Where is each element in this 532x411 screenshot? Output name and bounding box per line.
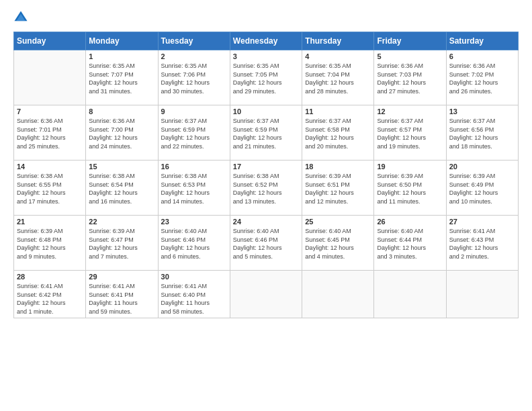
week-row-0: 1Sunrise: 6:35 AM Sunset: 7:07 PM Daylig… — [14, 50, 519, 105]
day-info: Sunrise: 6:38 AM Sunset: 6:54 PM Dayligh… — [89, 172, 154, 205]
calendar-cell: 27Sunrise: 6:41 AM Sunset: 6:43 PM Dayli… — [446, 216, 518, 271]
day-number: 11 — [305, 107, 371, 116]
calendar-cell: 7Sunrise: 6:36 AM Sunset: 7:01 PM Daylig… — [14, 105, 86, 161]
calendar-cell: 14Sunrise: 6:38 AM Sunset: 6:55 PM Dayli… — [14, 161, 86, 216]
day-info: Sunrise: 6:37 AM Sunset: 6:56 PM Dayligh… — [449, 117, 515, 150]
calendar-cell: 22Sunrise: 6:39 AM Sunset: 6:47 PM Dayli… — [86, 216, 158, 271]
day-info: Sunrise: 6:41 AM Sunset: 6:41 PM Dayligh… — [89, 282, 154, 316]
day-number: 15 — [89, 163, 154, 171]
day-info: Sunrise: 6:39 AM Sunset: 6:49 PM Dayligh… — [449, 172, 515, 205]
day-info: Sunrise: 6:35 AM Sunset: 7:05 PM Dayligh… — [233, 62, 299, 95]
day-number: 7 — [17, 107, 83, 116]
calendar-cell: 25Sunrise: 6:40 AM Sunset: 6:45 PM Dayli… — [302, 216, 374, 271]
weekday-header-row: SundayMondayTuesdayWednesdayThursdayFrid… — [14, 32, 519, 50]
day-info: Sunrise: 6:36 AM Sunset: 7:03 PM Dayligh… — [377, 62, 443, 95]
day-number: 28 — [17, 273, 83, 281]
calendar-cell: 11Sunrise: 6:37 AM Sunset: 6:58 PM Dayli… — [302, 105, 374, 161]
day-number: 16 — [161, 163, 227, 171]
weekday-header-friday: Friday — [374, 32, 446, 50]
day-info: Sunrise: 6:36 AM Sunset: 7:01 PM Dayligh… — [17, 117, 83, 150]
day-info: Sunrise: 6:40 AM Sunset: 6:45 PM Dayligh… — [305, 227, 371, 261]
calendar-cell: 28Sunrise: 6:41 AM Sunset: 6:42 PM Dayli… — [14, 271, 86, 318]
calendar-cell: 26Sunrise: 6:40 AM Sunset: 6:44 PM Dayli… — [374, 216, 446, 271]
day-number: 25 — [305, 218, 371, 226]
calendar-cell: 1Sunrise: 6:35 AM Sunset: 7:07 PM Daylig… — [86, 50, 158, 105]
day-number: 5 — [377, 52, 443, 60]
day-info: Sunrise: 6:39 AM Sunset: 6:48 PM Dayligh… — [17, 227, 83, 261]
day-info: Sunrise: 6:39 AM Sunset: 6:47 PM Dayligh… — [89, 227, 154, 261]
day-number: 30 — [161, 273, 227, 281]
day-info: Sunrise: 6:41 AM Sunset: 6:40 PM Dayligh… — [161, 282, 227, 316]
page: SundayMondayTuesdayWednesdayThursdayFrid… — [0, 0, 532, 411]
calendar-cell: 23Sunrise: 6:40 AM Sunset: 6:46 PM Dayli… — [158, 216, 230, 271]
logo — [13, 10, 31, 25]
week-row-1: 7Sunrise: 6:36 AM Sunset: 7:01 PM Daylig… — [14, 105, 519, 161]
weekday-header-sunday: Sunday — [14, 32, 86, 50]
calendar-cell: 19Sunrise: 6:39 AM Sunset: 6:50 PM Dayli… — [374, 161, 446, 216]
calendar-cell — [302, 271, 374, 318]
day-number: 24 — [233, 218, 299, 226]
calendar-cell: 13Sunrise: 6:37 AM Sunset: 6:56 PM Dayli… — [446, 105, 518, 161]
day-info: Sunrise: 6:38 AM Sunset: 6:55 PM Dayligh… — [17, 172, 83, 205]
day-info: Sunrise: 6:35 AM Sunset: 7:04 PM Dayligh… — [305, 62, 371, 95]
weekday-header-tuesday: Tuesday — [158, 32, 230, 50]
day-number: 8 — [89, 107, 154, 116]
calendar-cell: 30Sunrise: 6:41 AM Sunset: 6:40 PM Dayli… — [158, 271, 230, 318]
day-number: 4 — [305, 52, 371, 60]
calendar-cell: 8Sunrise: 6:36 AM Sunset: 7:00 PM Daylig… — [86, 105, 158, 161]
day-info: Sunrise: 6:37 AM Sunset: 6:59 PM Dayligh… — [161, 117, 227, 150]
day-number: 9 — [161, 107, 227, 116]
calendar-cell — [230, 271, 302, 318]
calendar-cell: 9Sunrise: 6:37 AM Sunset: 6:59 PM Daylig… — [158, 105, 230, 161]
day-number: 6 — [449, 52, 515, 60]
header — [13, 10, 519, 25]
day-number: 22 — [89, 218, 154, 226]
calendar-cell: 5Sunrise: 6:36 AM Sunset: 7:03 PM Daylig… — [374, 50, 446, 105]
day-info: Sunrise: 6:38 AM Sunset: 6:53 PM Dayligh… — [161, 172, 227, 205]
day-info: Sunrise: 6:35 AM Sunset: 7:07 PM Dayligh… — [89, 62, 154, 95]
week-row-2: 14Sunrise: 6:38 AM Sunset: 6:55 PM Dayli… — [14, 161, 519, 216]
calendar-cell — [14, 50, 86, 105]
day-info: Sunrise: 6:36 AM Sunset: 7:00 PM Dayligh… — [89, 117, 154, 150]
day-number: 14 — [17, 163, 83, 171]
day-number: 2 — [161, 52, 227, 60]
calendar-cell: 10Sunrise: 6:37 AM Sunset: 6:59 PM Dayli… — [230, 105, 302, 161]
day-info: Sunrise: 6:40 AM Sunset: 6:46 PM Dayligh… — [161, 227, 227, 261]
day-info: Sunrise: 6:36 AM Sunset: 7:02 PM Dayligh… — [449, 62, 515, 95]
calendar-cell: 18Sunrise: 6:39 AM Sunset: 6:51 PM Dayli… — [302, 161, 374, 216]
calendar-cell: 17Sunrise: 6:38 AM Sunset: 6:52 PM Dayli… — [230, 161, 302, 216]
calendar-cell — [446, 271, 518, 318]
calendar-cell: 6Sunrise: 6:36 AM Sunset: 7:02 PM Daylig… — [446, 50, 518, 105]
calendar-cell: 16Sunrise: 6:38 AM Sunset: 6:53 PM Dayli… — [158, 161, 230, 216]
week-row-4: 28Sunrise: 6:41 AM Sunset: 6:42 PM Dayli… — [14, 271, 519, 318]
calendar-cell: 21Sunrise: 6:39 AM Sunset: 6:48 PM Dayli… — [14, 216, 86, 271]
day-number: 29 — [89, 273, 154, 281]
day-info: Sunrise: 6:41 AM Sunset: 6:42 PM Dayligh… — [17, 282, 83, 316]
calendar-cell: 15Sunrise: 6:38 AM Sunset: 6:54 PM Dayli… — [86, 161, 158, 216]
calendar-cell — [374, 271, 446, 318]
day-info: Sunrise: 6:37 AM Sunset: 6:59 PM Dayligh… — [233, 117, 299, 150]
calendar-cell: 29Sunrise: 6:41 AM Sunset: 6:41 PM Dayli… — [86, 271, 158, 318]
calendar-cell: 2Sunrise: 6:35 AM Sunset: 7:06 PM Daylig… — [158, 50, 230, 105]
day-info: Sunrise: 6:35 AM Sunset: 7:06 PM Dayligh… — [161, 62, 227, 95]
weekday-header-thursday: Thursday — [302, 32, 374, 50]
calendar-cell: 24Sunrise: 6:40 AM Sunset: 6:46 PM Dayli… — [230, 216, 302, 271]
calendar-cell: 3Sunrise: 6:35 AM Sunset: 7:05 PM Daylig… — [230, 50, 302, 105]
day-info: Sunrise: 6:37 AM Sunset: 6:58 PM Dayligh… — [305, 117, 371, 150]
day-info: Sunrise: 6:38 AM Sunset: 6:52 PM Dayligh… — [233, 172, 299, 205]
day-number: 23 — [161, 218, 227, 226]
day-number: 18 — [305, 163, 371, 171]
day-number: 21 — [17, 218, 83, 226]
weekday-header-monday: Monday — [86, 32, 158, 50]
calendar-cell: 20Sunrise: 6:39 AM Sunset: 6:49 PM Dayli… — [446, 161, 518, 216]
day-number: 27 — [449, 218, 515, 226]
day-number: 1 — [89, 52, 154, 60]
calendar-cell: 12Sunrise: 6:37 AM Sunset: 6:57 PM Dayli… — [374, 105, 446, 161]
weekday-header-saturday: Saturday — [446, 32, 518, 50]
day-number: 26 — [377, 218, 443, 226]
day-number: 3 — [233, 52, 299, 60]
week-row-3: 21Sunrise: 6:39 AM Sunset: 6:48 PM Dayli… — [14, 216, 519, 271]
day-number: 12 — [377, 107, 443, 116]
calendar-table: SundayMondayTuesdayWednesdayThursdayFrid… — [13, 32, 519, 318]
day-number: 10 — [233, 107, 299, 116]
